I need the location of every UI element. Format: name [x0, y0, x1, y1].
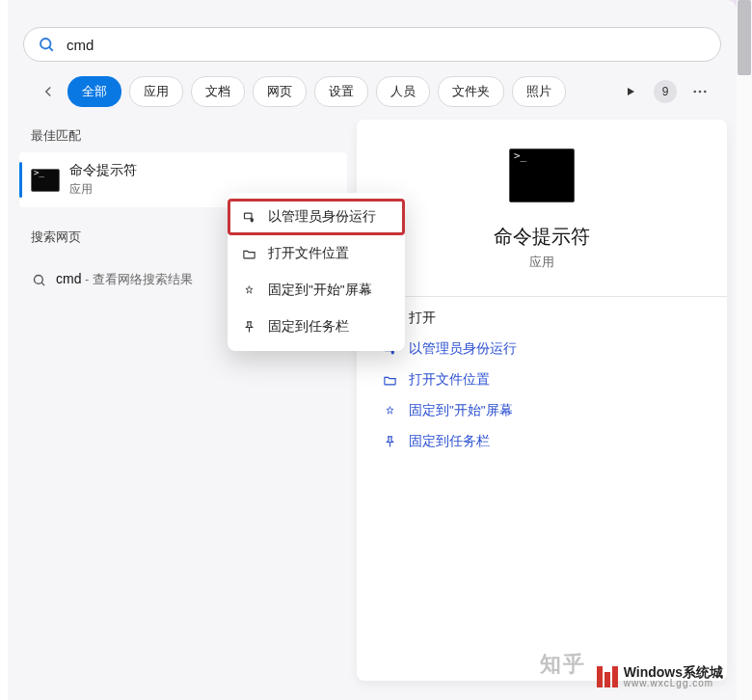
filter-chip-folders[interactable]: 文件夹: [438, 76, 504, 107]
best-match-subtitle: 应用: [69, 181, 137, 198]
chip-label: 应用: [144, 83, 169, 100]
play-button[interactable]: [619, 80, 642, 103]
brand-main: Windows系统城: [624, 665, 723, 679]
chip-label: 全部: [82, 83, 107, 100]
brand-sub: www.wxcLgg.com: [624, 679, 723, 688]
detail-app-icon: [509, 148, 575, 202]
svg-line-1: [49, 47, 53, 51]
ctx-label: 固定到任务栏: [268, 318, 349, 336]
action-label: 以管理员身份运行: [409, 340, 517, 358]
action-label: 打开: [409, 310, 436, 327]
action-run-as-admin[interactable]: 以管理员身份运行: [382, 334, 708, 364]
action-label: 固定到任务栏: [409, 433, 490, 450]
pin-start-icon: [241, 283, 256, 298]
ctx-label: 打开文件位置: [268, 245, 349, 262]
vertical-scrollbar[interactable]: [737, 0, 752, 700]
action-label: 打开文件位置: [409, 371, 490, 389]
ctx-run-as-admin[interactable]: 以管理员身份运行: [228, 199, 405, 235]
search-panel: 全部 应用 文档 网页 设置 人员 文件夹 照片 9 最佳匹配: [8, 0, 737, 700]
web-search-hint: - 查看网络搜索结果: [81, 272, 193, 286]
scrollbar-thumb[interactable]: [738, 0, 751, 75]
action-label: 固定到"开始"屏幕: [409, 402, 513, 419]
svg-point-4: [704, 91, 707, 94]
context-menu: 以管理员身份运行 打开文件位置 固定到"开始"屏幕 固定到任务栏: [228, 193, 405, 351]
svg-line-6: [41, 283, 44, 285]
detail-action-list: 打开 以管理员身份运行 打开文件位置: [376, 303, 708, 457]
ctx-label: 固定到"开始"屏幕: [268, 282, 372, 299]
best-match-title: 命令提示符: [69, 162, 137, 179]
brand-logo-icon: [597, 666, 618, 687]
brand-text: Windows系统城 www.wxcLgg.com: [624, 665, 723, 688]
filter-row: 全部 应用 文档 网页 设置 人员 文件夹 照片 9: [37, 75, 721, 108]
detail-panel: 命令提示符 应用 打开 以管理员身份运行 打开: [357, 120, 727, 681]
filter-chip-all[interactable]: 全部: [67, 76, 121, 107]
filter-chip-people[interactable]: 人员: [376, 76, 430, 107]
detail-divider: [357, 296, 727, 297]
svg-point-5: [34, 275, 42, 283]
action-open[interactable]: 打开: [382, 303, 708, 334]
more-button[interactable]: [688, 80, 712, 103]
filter-chip-apps[interactable]: 应用: [129, 76, 183, 107]
svg-point-0: [40, 39, 51, 49]
chip-label: 文件夹: [452, 83, 490, 100]
detail-app-title: 命令提示符: [376, 224, 708, 250]
pin-taskbar-icon: [382, 434, 397, 449]
search-icon: [38, 36, 55, 53]
svg-point-2: [693, 91, 696, 94]
count-badge[interactable]: 9: [654, 80, 677, 103]
filter-chip-settings[interactable]: 设置: [314, 76, 368, 107]
chip-label: 文档: [205, 83, 230, 100]
cmd-app-icon: [31, 169, 60, 192]
best-match-heading: 最佳匹配: [19, 120, 347, 152]
svg-point-3: [699, 91, 702, 94]
ctx-pin-to-start[interactable]: 固定到"开始"屏幕: [228, 272, 405, 309]
filter-right-controls: 9: [619, 75, 712, 108]
folder-open-icon: [241, 246, 256, 261]
zhihu-watermark: 知乎: [540, 650, 586, 679]
ctx-pin-to-taskbar[interactable]: 固定到任务栏: [228, 309, 405, 345]
ctx-open-file-location[interactable]: 打开文件位置: [228, 235, 405, 272]
search-window: 全部 应用 文档 网页 设置 人员 文件夹 照片 9 最佳匹配: [0, 0, 752, 700]
filter-chip-photos[interactable]: 照片: [512, 76, 566, 107]
filter-chip-docs[interactable]: 文档: [191, 76, 245, 107]
back-button[interactable]: [37, 80, 60, 103]
detail-app-subtitle: 应用: [376, 254, 708, 271]
chip-label: 网页: [267, 83, 292, 100]
brand-watermark: Windows系统城 www.wxcLgg.com: [597, 665, 723, 688]
chip-label: 照片: [526, 83, 551, 100]
folder-open-icon: [382, 372, 397, 388]
search-icon: [31, 272, 46, 287]
action-open-file-location[interactable]: 打开文件位置: [382, 364, 708, 395]
left-gutter: [0, 0, 8, 700]
web-search-query: cmd: [56, 271, 81, 286]
ctx-label: 以管理员身份运行: [268, 208, 376, 226]
pin-taskbar-icon: [241, 319, 256, 335]
pin-start-icon: [382, 403, 397, 418]
action-pin-to-taskbar[interactable]: 固定到任务栏: [382, 426, 708, 457]
action-pin-to-start[interactable]: 固定到"开始"屏幕: [382, 395, 708, 426]
admin-shield-icon: [241, 209, 256, 225]
filter-chips: 全部 应用 文档 网页 设置 人员 文件夹 照片: [67, 76, 566, 107]
chip-label: 设置: [329, 83, 354, 100]
filter-chip-web[interactable]: 网页: [253, 76, 307, 107]
search-bar[interactable]: [23, 27, 721, 62]
chip-label: 人员: [390, 83, 416, 100]
web-search-label: cmd - 查看网络搜索结果: [56, 271, 193, 288]
search-input[interactable]: [65, 36, 707, 54]
badge-value: 9: [662, 85, 669, 98]
best-match-text: 命令提示符 应用: [69, 162, 137, 198]
